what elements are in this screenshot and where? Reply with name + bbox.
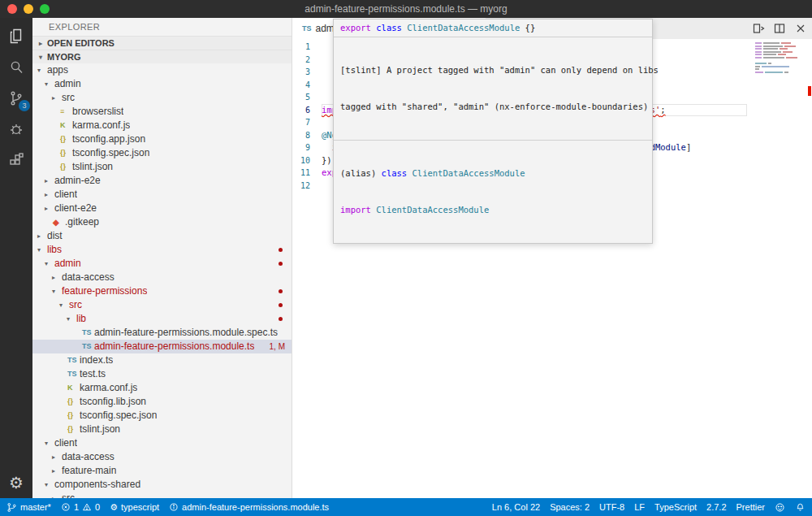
tslint-status[interactable]: ⚙ typescript xyxy=(110,502,159,513)
tree-item-label: apps xyxy=(47,63,68,77)
tree-item-label: tslint.json xyxy=(80,423,120,436)
tree-item-label: client xyxy=(54,188,77,202)
tree-item-src[interactable]: ▸src xyxy=(32,492,292,498)
notifications-bell-icon[interactable] xyxy=(795,502,806,513)
extensions-icon[interactable] xyxy=(0,145,32,176)
language-mode[interactable]: TypeScript xyxy=(654,502,697,512)
tree-item-test.ts[interactable]: TStest.ts xyxy=(32,367,292,381)
tree-item-label: admin-feature-permissions.module.ts xyxy=(94,340,254,353)
karma-file-icon: K xyxy=(67,381,80,395)
problems-modified-badge: 1, M xyxy=(270,340,285,353)
tree-item-apps[interactable]: ▾apps xyxy=(32,63,292,77)
tree-item-label: admin-e2e xyxy=(54,174,101,188)
close-window-button[interactable] xyxy=(7,4,17,14)
tree-item-components-shared[interactable]: ▾components-shared xyxy=(32,478,292,492)
source-control-icon[interactable]: 3 xyxy=(0,83,32,114)
activity-bar: 3 ⚙ xyxy=(0,18,32,498)
problems-status[interactable]: 1 0 xyxy=(61,502,100,512)
zoom-window-button[interactable] xyxy=(40,4,50,14)
error-marker xyxy=(808,86,811,96)
feedback-smiley-icon[interactable] xyxy=(775,502,785,513)
tree-item-browserslist[interactable]: ≡browserslist xyxy=(32,105,292,119)
vscode-window: admin-feature-permissions.module.ts — my… xyxy=(0,0,812,516)
code-token: ClientDataAccessModule xyxy=(407,23,520,33)
tree-item-karma.conf.js[interactable]: Kkarma.conf.js xyxy=(32,119,292,132)
tree-item-libs[interactable]: ▾libs xyxy=(32,243,292,257)
chevron-down-icon: ▾ xyxy=(45,77,54,91)
tree-item-data-access[interactable]: ▸data-access xyxy=(32,450,292,464)
code-token: ; xyxy=(660,105,665,115)
explorer-icon[interactable] xyxy=(0,21,32,52)
chevron-down-icon: ▾ xyxy=(45,257,54,271)
close-icon[interactable] xyxy=(794,22,807,35)
eol-status[interactable]: LF xyxy=(634,502,645,512)
tree-item-label: .gitkeep xyxy=(65,215,99,229)
code-token: class xyxy=(376,23,407,33)
file-info-status[interactable]: admin-feature-permissions.module.ts xyxy=(169,502,329,512)
editor-group: TS admin-feature-permissions.module.ts xyxy=(292,18,812,498)
open-changes-icon[interactable] xyxy=(752,22,765,35)
tree-item-client[interactable]: ▸client xyxy=(32,188,292,202)
tree-item-tslint.json[interactable]: {}tslint.json xyxy=(32,423,292,436)
split-editor-icon[interactable] xyxy=(773,22,786,35)
ts-file-icon: TS xyxy=(67,367,80,381)
debug-icon[interactable] xyxy=(0,114,32,145)
tree-item-tsconfig.lib.json[interactable]: {}tsconfig.lib.json xyxy=(32,395,292,409)
tree-item-karma.conf.js[interactable]: Kkarma.conf.js xyxy=(32,381,292,395)
chevron-down-icon: ▾ xyxy=(37,63,47,77)
minimize-window-button[interactable] xyxy=(24,4,33,14)
git-branch-status[interactable]: master* xyxy=(6,502,51,513)
code-token: ] xyxy=(686,142,691,152)
tree-item-feature-permissions[interactable]: ▾feature-permissions xyxy=(32,284,292,298)
tree-item-feature-main[interactable]: ▸feature-main xyxy=(32,464,292,478)
status-bar: master* 1 0 ⚙ typescript admin-feature-p… xyxy=(0,498,812,516)
error-dot-badge xyxy=(279,248,283,252)
workspace-root-header[interactable]: ▾ MYORG xyxy=(32,50,292,63)
tree-item-admin[interactable]: ▾admin xyxy=(32,257,292,271)
formatter-status[interactable]: Prettier xyxy=(736,502,765,512)
tree-item-label: feature-permissions xyxy=(62,284,147,298)
chevron-right-icon: ▸ xyxy=(45,188,54,202)
code-token: (alias) xyxy=(340,168,382,178)
settings-gear-icon[interactable]: ⚙ xyxy=(9,475,24,492)
error-dot-badge xyxy=(279,317,283,321)
tree-item-.gitkeep[interactable]: ◆.gitkeep xyxy=(32,215,292,229)
window-title: admin-feature-permissions.module.ts — my… xyxy=(0,3,812,15)
tree-item-dist[interactable]: ▸dist xyxy=(32,229,292,243)
line-number: 6 xyxy=(292,104,322,117)
tree-item-tslint.json[interactable]: {}tslint.json xyxy=(32,160,292,174)
ts-version[interactable]: 2.7.2 xyxy=(706,502,726,512)
encoding-status[interactable]: UTF-8 xyxy=(599,502,624,512)
minimap[interactable] xyxy=(755,42,802,77)
tree-item-label: tsconfig.spec.json xyxy=(72,146,149,160)
tree-item-tsconfig.spec.json[interactable]: {}tsconfig.spec.json xyxy=(32,146,292,160)
tree-item-src[interactable]: ▸src xyxy=(32,91,292,105)
lint-line-2: tagged with "shared", "admin" (nx-enforc… xyxy=(340,101,646,113)
cursor-position[interactable]: Ln 6, Col 22 xyxy=(492,502,540,512)
titlebar: admin-feature-permissions.module.ts — my… xyxy=(0,0,812,18)
open-editors-header[interactable]: ▸ OPEN EDITORS xyxy=(32,36,292,50)
tree-item-label: data-access xyxy=(62,450,114,464)
tree-item-lib[interactable]: ▾lib xyxy=(32,312,292,326)
indentation-status[interactable]: Spaces: 2 xyxy=(550,502,590,512)
tree-item-label: admin-feature-permissions.module.spec.ts xyxy=(94,326,278,340)
tree-item-client[interactable]: ▾client xyxy=(32,436,292,450)
tree-item-admin-feature-permissions.module.ts[interactable]: TSadmin-feature-permissions.module.ts1, … xyxy=(32,340,292,353)
tree-item-tsconfig.spec.json[interactable]: {}tsconfig.spec.json xyxy=(32,409,292,423)
chevron-right-icon: ▸ xyxy=(52,271,62,284)
tree-item-client-e2e[interactable]: ▸client-e2e xyxy=(32,202,292,215)
tree-item-data-access[interactable]: ▸data-access xyxy=(32,271,292,284)
typescript-file-icon: TS xyxy=(302,24,312,33)
tree-item-admin-feature-permissions.module.spec.ts[interactable]: TSadmin-feature-permissions.module.spec.… xyxy=(32,326,292,340)
search-icon[interactable] xyxy=(0,52,32,83)
tree-item-src[interactable]: ▾src xyxy=(32,298,292,312)
tree-item-tsconfig.app.json[interactable]: {}tsconfig.app.json xyxy=(32,132,292,146)
minimap-line xyxy=(755,46,802,47)
minimap-line xyxy=(755,54,802,55)
tree-item-admin-e2e[interactable]: ▸admin-e2e xyxy=(32,174,292,188)
minimap-line xyxy=(755,68,802,70)
overview-ruler[interactable] xyxy=(806,39,812,498)
tree-item-index.ts[interactable]: TSindex.ts xyxy=(32,353,292,367)
tree-item-label: index.ts xyxy=(80,353,113,367)
tree-item-admin[interactable]: ▾admin xyxy=(32,77,292,91)
